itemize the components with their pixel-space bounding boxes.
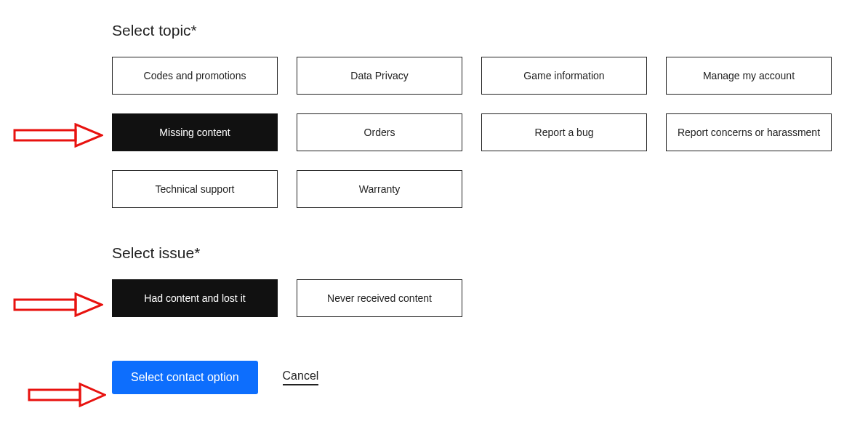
svg-rect-4 (29, 390, 80, 400)
topic-codes-promotions[interactable]: Codes and promotions (112, 57, 278, 95)
select-topic-heading: Select topic* (112, 22, 868, 39)
svg-rect-0 (15, 130, 76, 140)
svg-marker-1 (76, 124, 102, 146)
topic-data-privacy[interactable]: Data Privacy (297, 57, 462, 95)
select-issue-heading: Select issue* (112, 244, 868, 262)
annotation-arrow-icon (13, 123, 103, 148)
topic-report-bug[interactable]: Report a bug (481, 113, 647, 151)
issue-grid: Had content and lost it Never received c… (112, 279, 868, 317)
svg-marker-5 (80, 384, 105, 406)
topic-orders[interactable]: Orders (297, 113, 462, 151)
topic-grid: Codes and promotions Data Privacy Game i… (112, 57, 868, 208)
annotation-arrow-icon (13, 292, 103, 317)
cancel-link[interactable]: Cancel (283, 369, 319, 385)
topic-report-harassment[interactable]: Report concerns or harassment (666, 113, 832, 151)
select-contact-option-button[interactable]: Select contact option (112, 361, 258, 394)
topic-game-information[interactable]: Game information (481, 57, 647, 95)
topic-technical-support[interactable]: Technical support (112, 170, 278, 208)
topic-missing-content[interactable]: Missing content (112, 113, 278, 151)
issue-had-content-lost[interactable]: Had content and lost it (112, 279, 278, 317)
annotation-arrow-icon (28, 383, 106, 407)
issue-never-received[interactable]: Never received content (297, 279, 462, 317)
topic-manage-account[interactable]: Manage my account (666, 57, 832, 95)
actions-row: Select contact option Cancel (112, 361, 868, 394)
svg-rect-2 (15, 300, 76, 310)
svg-marker-3 (76, 294, 102, 316)
topic-warranty[interactable]: Warranty (297, 170, 462, 208)
